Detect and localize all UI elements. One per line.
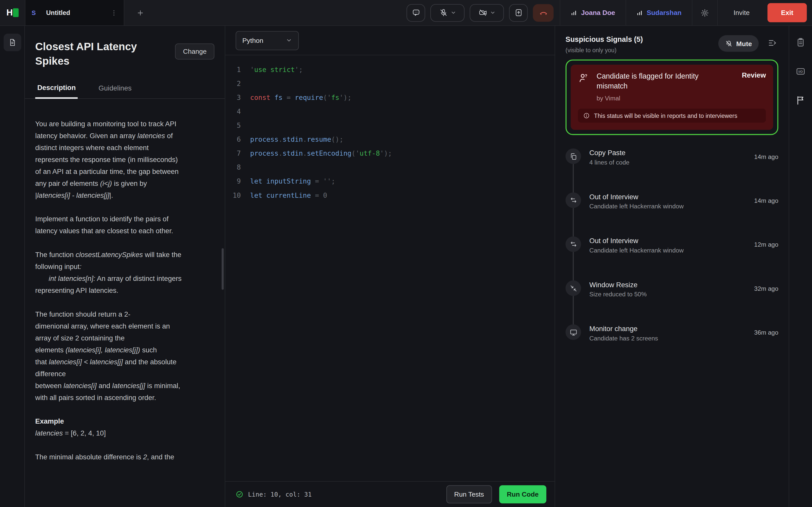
mic-toggle-button[interactable] — [430, 4, 465, 21]
code-area[interactable]: 1'use strict';23const fs = require('fs')… — [225, 55, 555, 481]
divider — [124, 0, 124, 25]
participant-name: Joana Doe — [581, 9, 615, 17]
signal-icon-circle — [566, 325, 581, 340]
signal-item: Window ResizeSize reduced to 50%32m ago — [566, 280, 778, 324]
change-question-button[interactable]: Change — [175, 43, 214, 59]
description-line: elements (latencies[i], latencies[j]) su… — [35, 344, 214, 356]
signals-timeline: Copy Paste4 lines of code14m agoOut of I… — [566, 149, 778, 368]
run-tests-button[interactable]: Run Tests — [446, 485, 492, 503]
svg-text:?: ? — [585, 73, 587, 78]
signal-subtitle: 4 lines of code — [589, 159, 629, 166]
description-body: You are building a monitoring tool to tr… — [25, 99, 225, 463]
main-layout: Closest API Latency Spikes Change Descri… — [0, 26, 812, 507]
invite-button[interactable]: Invite — [718, 0, 766, 25]
signal-item: Monitor changeCandidate has 2 screens36m… — [566, 325, 778, 368]
description-gap — [35, 201, 214, 213]
description-gap — [35, 439, 214, 451]
question-doc-button[interactable] — [3, 34, 21, 51]
signals-actions: Mute — [718, 35, 778, 52]
new-tab-button[interactable] — [132, 4, 149, 21]
copy-icon — [569, 152, 577, 160]
clipboard-icon — [796, 37, 806, 48]
gear-icon — [700, 8, 709, 17]
participant-name: Sudarshan — [647, 9, 681, 17]
top-bar: H S Untitled — [0, 0, 812, 26]
end-call-button[interactable] — [533, 4, 554, 21]
description-line: following input: — [35, 261, 214, 273]
mute-button[interactable]: Mute — [718, 35, 759, 52]
code-line: 6process.stdin.resume(); — [225, 132, 555, 146]
signal-icon-circle — [566, 280, 581, 296]
signal-title: Window Resize — [589, 281, 647, 289]
code-line: 1'use strict'; — [225, 63, 555, 76]
scrollbar-thumb[interactable] — [221, 248, 223, 290]
mute-label: Mute — [736, 40, 752, 47]
code-text: 'use strict'; — [250, 63, 303, 76]
right-icon-strip: I/O — [789, 26, 812, 507]
chat-button[interactable] — [407, 4, 425, 21]
collapse-icon — [767, 38, 778, 48]
hangup-icon — [539, 8, 548, 17]
language-select[interactable]: Python — [236, 31, 299, 50]
logo-green-block — [13, 8, 18, 17]
language-value: Python — [242, 37, 263, 44]
description-gap — [35, 237, 214, 249]
code-line: 10let currentLine = 0 — [225, 188, 555, 202]
monitor-icon — [569, 328, 577, 336]
signal-item: Out of InterviewCandidate left Hackerran… — [566, 192, 778, 236]
signal-time: 32m ago — [754, 285, 778, 292]
signal-bars-icon — [571, 9, 577, 16]
code-line: 4 — [225, 104, 555, 118]
signal-subtitle: Candidate has 2 screens — [589, 335, 658, 342]
description-line: int latencies[n]: An array of distinct i… — [35, 273, 214, 285]
code-line: 7process.stdin.setEncoding('utf-8'); — [225, 147, 555, 161]
tab-menu-icon[interactable] — [110, 9, 118, 16]
code-line: 5 — [225, 118, 555, 132]
signal-bars-icon — [637, 9, 643, 16]
line-number: 1 — [225, 63, 250, 76]
settings-button[interactable] — [700, 8, 709, 17]
tab-guidelines[interactable]: Guidelines — [96, 84, 134, 98]
check-circle-icon — [236, 491, 244, 498]
document-icon — [8, 38, 16, 47]
line-number: 9 — [225, 174, 250, 188]
chevron-down-icon — [490, 10, 495, 15]
exit-button[interactable]: Exit — [767, 3, 807, 22]
left-icon-strip — [0, 26, 25, 507]
chevron-down-icon — [450, 10, 456, 15]
code-line: 3const fs = require('fs'); — [225, 91, 555, 104]
description-line: array of size 2 containing the — [35, 332, 214, 344]
description-line: Example — [35, 415, 214, 428]
code-line: 2 — [225, 76, 555, 91]
video-off-icon — [478, 8, 487, 17]
description-line: with all pairs sorted in ascending order… — [35, 392, 214, 404]
tab-description[interactable]: Description — [35, 84, 78, 99]
run-code-button[interactable]: Run Code — [499, 485, 547, 503]
participant-joana[interactable]: Joana Doe — [560, 0, 625, 25]
signal-time: 14m ago — [754, 197, 778, 205]
code-text: let currentLine = 0 — [250, 188, 327, 202]
chevron-down-icon — [286, 37, 292, 43]
line-number: 6 — [225, 132, 250, 146]
signal-title: Out of Interview — [589, 193, 683, 201]
alert-note: This status will be visible in reports a… — [578, 109, 766, 123]
description-line: difference — [35, 368, 214, 380]
collapse-panel-button[interactable] — [767, 38, 778, 49]
review-link[interactable]: Review — [742, 71, 766, 79]
screen-share-button[interactable] — [509, 4, 527, 21]
call-controls — [407, 0, 554, 25]
clipboard-button[interactable] — [796, 37, 806, 48]
line-number: 2 — [225, 76, 250, 91]
signal-time: 36m ago — [754, 329, 778, 336]
io-button[interactable]: I/O — [796, 66, 806, 76]
camera-toggle-button[interactable] — [470, 4, 504, 21]
identity-mismatch-icon: ? — [578, 72, 590, 84]
svg-text:I/O: I/O — [799, 70, 803, 73]
flag-button[interactable] — [796, 95, 806, 106]
resize-icon — [569, 284, 577, 292]
description-line: between latencies[i] and latencies[j] is… — [35, 380, 214, 392]
session-tab[interactable]: S Untitled — [26, 0, 124, 25]
participant-sudarshan[interactable]: Sudarshan — [626, 0, 692, 25]
code-line: 8 — [225, 161, 555, 174]
swap-icon — [569, 240, 577, 248]
